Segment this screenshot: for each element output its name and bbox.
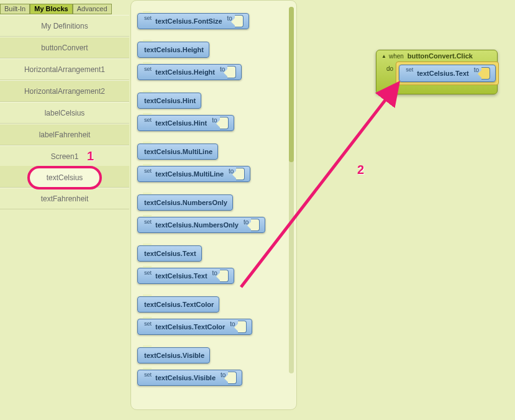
block-pair: textCelsius.VisiblesettextCelsius.Visibl… <box>131 347 296 386</box>
when-keyword: when <box>389 53 404 60</box>
set-keyword: set <box>144 14 152 21</box>
block-pair: textCelsius.HeightsettextCelsius.Heightt… <box>131 42 296 80</box>
blocks-drawer-content: settextCelsius.FontSizetotextCelsius.Hei… <box>131 13 296 386</box>
block-label: textCelsius.MultiLine <box>144 148 212 155</box>
value-socket[interactable] <box>481 67 490 80</box>
set-keyword: set <box>406 65 413 73</box>
setter-block[interactable]: settextCelsius.Hintto <box>137 115 234 131</box>
block-label: textCelsius.Text <box>144 250 196 257</box>
component-item-my definitions[interactable]: My Definitions <box>0 15 129 37</box>
drawer-scrollbar-thumb[interactable] <box>289 7 294 162</box>
blocks-drawer: settextCelsius.FontSizetotextCelsius.Hei… <box>130 0 297 410</box>
block-pair: textCelsius.TextsettextCelsius.Textto <box>131 245 296 284</box>
set-keyword: set <box>144 65 152 72</box>
block-pair: textCelsius.NumbersOnlysettextCelsius.Nu… <box>131 194 296 233</box>
setter-block[interactable]: settextCelsius.FontSizeto <box>137 13 249 29</box>
disclosure-triangle-icon[interactable]: ▲ <box>381 53 386 59</box>
block-label: textCelsius.Hint <box>155 119 207 127</box>
setter-block[interactable]: settextCelsius.Heightto <box>137 64 242 80</box>
drawer-scrollbar[interactable] <box>289 7 294 373</box>
tab-builtin[interactable]: Built-In <box>0 4 30 14</box>
event-block-label: buttonConvert.Click <box>408 52 473 60</box>
tab-my-blocks[interactable]: My Blocks <box>30 4 72 14</box>
component-item-buttonconvert[interactable]: buttonConvert <box>0 37 129 58</box>
value-socket[interactable] <box>236 168 245 180</box>
value-socket[interactable] <box>220 117 229 129</box>
set-textcelsius-text-block[interactable]: set textCelsius.Text to <box>399 65 496 82</box>
component-item-textcelsius[interactable]: textCelsius <box>27 166 102 189</box>
component-list: My DefinitionsbuttonConvertHorizontalArr… <box>0 15 129 209</box>
setter-block[interactable]: settextCelsius.MultiLineto <box>137 166 250 182</box>
block-label: textCelsius.NumbersOnly <box>144 199 227 206</box>
value-socket[interactable] <box>227 66 236 78</box>
set-keyword: set <box>144 167 152 174</box>
tab-advanced[interactable]: Advanced <box>73 4 112 14</box>
block-pair: textCelsius.MultiLinesettextCelsius.Mult… <box>131 144 296 182</box>
getter-block[interactable]: textCelsius.Visible <box>137 347 210 363</box>
value-socket[interactable] <box>235 15 244 27</box>
component-item-labelcelsius[interactable]: labelCelsius <box>0 102 129 124</box>
value-socket[interactable] <box>238 321 247 333</box>
component-item-labelfahrenheit[interactable]: labelFahrenheit <box>0 124 129 145</box>
setter-block[interactable]: settextCelsius.Visibleto <box>137 370 242 386</box>
block-label: textCelsius.TextColor <box>155 323 225 331</box>
setter-block[interactable]: settextCelsius.NumbersOnlyto <box>137 217 265 233</box>
block-pair: textCelsius.HintsettextCelsius.Hintto <box>131 93 296 131</box>
getter-block[interactable]: textCelsius.TextColor <box>137 296 219 313</box>
event-block-buttonconvert-click[interactable]: ▲ when buttonConvert.Click do set textCe… <box>376 50 498 94</box>
block-label: textCelsius.Text <box>417 70 469 77</box>
component-item-screen1[interactable]: Screen1 <box>0 145 129 167</box>
block-label: textCelsius.Visible <box>144 352 204 359</box>
event-do-slot[interactable]: set textCelsius.Text to <box>396 62 499 85</box>
set-keyword: set <box>144 268 152 276</box>
component-item-textfahrenheit[interactable]: textFahrenheit <box>0 188 129 209</box>
block-label: textCelsius.Height <box>155 68 215 76</box>
set-keyword: set <box>144 116 152 123</box>
block-label: textCelsius.Height <box>144 46 204 53</box>
block-label: textCelsius.Visible <box>155 374 216 381</box>
getter-block[interactable]: textCelsius.NumbersOnly <box>137 194 233 211</box>
block-label: textCelsius.MultiLine <box>155 170 224 178</box>
palette-tabs: Built-In My Blocks Advanced <box>0 4 112 14</box>
block-pair: settextCelsius.FontSizeto <box>131 13 296 29</box>
value-socket[interactable] <box>228 372 237 384</box>
set-keyword: set <box>144 217 152 225</box>
getter-block[interactable]: textCelsius.Height <box>137 42 209 58</box>
getter-block[interactable]: textCelsius.MultiLine <box>137 144 218 160</box>
set-keyword: set <box>144 370 152 378</box>
block-label: textCelsius.NumbersOnly <box>155 221 239 229</box>
set-keyword: set <box>144 319 152 327</box>
value-socket[interactable] <box>220 270 229 282</box>
block-label: textCelsius.TextColor <box>144 301 214 308</box>
block-label: textCelsius.Hint <box>144 97 196 104</box>
block-label: textCelsius.Text <box>155 272 207 280</box>
do-keyword: do <box>386 65 393 72</box>
getter-block[interactable]: textCelsius.Text <box>137 245 202 262</box>
setter-block[interactable]: settextCelsius.TextColorto <box>137 319 252 335</box>
setter-block[interactable]: settextCelsius.Textto <box>137 268 234 284</box>
component-item-horizontalarrangement1[interactable]: HorizontalArrangement1 <box>0 58 129 80</box>
getter-block[interactable]: textCelsius.Hint <box>137 93 201 109</box>
block-label: textCelsius.FontSize <box>155 17 222 25</box>
value-socket[interactable] <box>251 219 260 231</box>
callout-1: 1 <box>87 149 94 163</box>
callout-2: 2 <box>357 163 364 177</box>
component-item-horizontalarrangement2[interactable]: HorizontalArrangement2 <box>0 80 129 102</box>
block-pair: textCelsius.TextColorsettextCelsius.Text… <box>131 296 296 335</box>
